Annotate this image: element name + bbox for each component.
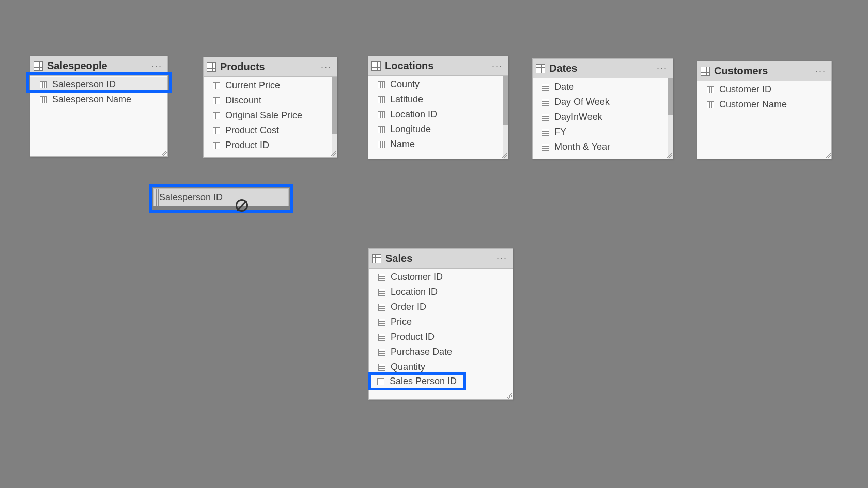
table-menu-button[interactable]: ··· bbox=[813, 66, 828, 76]
fields-scrollbar[interactable] bbox=[668, 78, 673, 159]
field-sales-person-id[interactable]: Sales Person ID bbox=[372, 376, 460, 387]
field-item[interactable]: Price bbox=[369, 314, 513, 329]
field-item[interactable]: Product ID bbox=[204, 138, 337, 153]
table-dates[interactable]: Dates ··· Date Day Of Week DayInWeek FY … bbox=[532, 58, 673, 159]
field-salesperson-name[interactable]: Salesperson Name bbox=[30, 92, 167, 107]
table-menu-button[interactable]: ··· bbox=[149, 60, 164, 71]
field-item[interactable]: FY bbox=[533, 124, 673, 139]
field-label: Quantity bbox=[391, 361, 425, 372]
fields-list: Current Price Discount Original Sale Pri… bbox=[204, 77, 337, 157]
table-icon bbox=[371, 61, 381, 71]
field-label: Price bbox=[391, 317, 412, 327]
field-label: Salesperson Name bbox=[52, 94, 131, 105]
scroll-thumb[interactable] bbox=[668, 78, 673, 115]
field-label: Salesperson ID bbox=[52, 79, 116, 90]
field-item[interactable]: Customer ID bbox=[369, 270, 513, 285]
field-item[interactable]: Latitude bbox=[368, 92, 508, 107]
field-item[interactable]: Current Price bbox=[204, 78, 337, 93]
field-label: Original Sale Price bbox=[225, 110, 302, 121]
table-header[interactable]: Sales ··· bbox=[369, 249, 513, 269]
field-item[interactable]: Order ID bbox=[369, 300, 513, 314]
fields-scrollbar[interactable] bbox=[503, 76, 508, 159]
field-label: Longitude bbox=[390, 124, 431, 135]
field-label: Location ID bbox=[391, 287, 438, 297]
table-menu-button[interactable]: ··· bbox=[655, 63, 670, 74]
field-salesperson-id[interactable]: Salesperson ID bbox=[30, 77, 167, 92]
field-item[interactable]: Date bbox=[533, 80, 673, 95]
table-title: Customers bbox=[714, 65, 813, 77]
table-sales[interactable]: Sales ··· Customer ID Location ID Order … bbox=[368, 248, 513, 400]
column-icon bbox=[378, 364, 385, 371]
scroll-thumb[interactable] bbox=[332, 77, 337, 134]
column-icon bbox=[378, 319, 385, 326]
field-item[interactable]: Product ID bbox=[369, 329, 513, 344]
table-icon bbox=[701, 67, 710, 76]
resize-grip[interactable] bbox=[331, 151, 336, 156]
column-icon bbox=[378, 289, 385, 296]
table-menu-button[interactable]: ··· bbox=[490, 60, 505, 71]
field-highlight-target: Sales Person ID bbox=[371, 375, 463, 388]
field-label: Sales Person ID bbox=[390, 376, 457, 387]
field-label: Customer ID bbox=[391, 272, 443, 282]
table-locations[interactable]: Locations ··· County Latitude Location I… bbox=[368, 56, 508, 159]
table-icon bbox=[372, 254, 381, 263]
resize-grip[interactable] bbox=[502, 153, 507, 158]
table-menu-button[interactable]: ··· bbox=[319, 61, 334, 72]
table-header[interactable]: Salespeople ··· bbox=[30, 56, 167, 76]
fields-scrollbar[interactable] bbox=[332, 77, 337, 157]
column-icon bbox=[213, 127, 220, 134]
column-icon bbox=[40, 96, 47, 103]
scroll-thumb[interactable] bbox=[503, 76, 508, 125]
drag-ghost-wrapper: Salesperson ID bbox=[149, 184, 293, 213]
table-menu-button[interactable]: ··· bbox=[494, 253, 509, 264]
column-icon bbox=[213, 142, 220, 149]
field-item[interactable]: County bbox=[368, 77, 508, 92]
column-icon bbox=[213, 82, 220, 89]
column-icon bbox=[707, 101, 714, 108]
column-icon bbox=[378, 81, 385, 88]
column-icon bbox=[213, 112, 220, 119]
field-item[interactable]: Month & Year bbox=[533, 139, 673, 154]
field-item[interactable]: Location ID bbox=[369, 285, 513, 300]
field-label: County bbox=[390, 79, 420, 90]
field-item[interactable]: Day Of Week bbox=[533, 95, 673, 109]
table-title: Products bbox=[220, 61, 319, 73]
table-header[interactable]: Locations ··· bbox=[368, 56, 508, 76]
table-products[interactable]: Products ··· Current Price Discount Orig… bbox=[203, 57, 337, 158]
table-header[interactable]: Customers ··· bbox=[698, 61, 831, 81]
table-salespeople[interactable]: Salespeople ··· Salesperson ID Salespers… bbox=[30, 56, 168, 157]
drag-ghost[interactable]: Salesperson ID bbox=[153, 188, 289, 206]
field-label: Product ID bbox=[391, 332, 435, 342]
fields-list: Salesperson ID Salesperson Name bbox=[30, 76, 167, 156]
column-icon bbox=[378, 274, 385, 281]
table-customers[interactable]: Customers ··· Customer ID Customer Name bbox=[697, 61, 832, 159]
fields-list: Date Day Of Week DayInWeek FY Month & Ye… bbox=[533, 78, 673, 159]
field-item[interactable]: DayInWeek bbox=[533, 109, 673, 124]
field-item[interactable]: Product Cost bbox=[204, 123, 337, 138]
field-item[interactable]: Original Sale Price bbox=[204, 108, 337, 123]
field-item[interactable]: Longitude bbox=[368, 122, 508, 137]
field-item[interactable]: Location ID bbox=[368, 107, 508, 122]
table-header[interactable]: Products ··· bbox=[204, 57, 337, 77]
model-canvas[interactable]: Salespeople ··· Salesperson ID Salespers… bbox=[0, 0, 868, 488]
field-item[interactable]: Discount bbox=[204, 93, 337, 108]
column-icon bbox=[707, 86, 714, 93]
field-item[interactable]: Customer ID bbox=[698, 82, 831, 97]
table-header[interactable]: Dates ··· bbox=[533, 59, 673, 78]
resize-grip[interactable] bbox=[162, 151, 167, 156]
field-item[interactable]: Name bbox=[368, 137, 508, 152]
field-item[interactable]: Customer Name bbox=[698, 97, 831, 112]
table-title: Locations bbox=[385, 60, 490, 72]
column-icon bbox=[542, 99, 549, 106]
resize-grip[interactable] bbox=[667, 153, 672, 158]
field-label: Order ID bbox=[391, 302, 426, 312]
field-label: Product Cost bbox=[225, 125, 279, 136]
column-icon bbox=[542, 114, 549, 121]
resize-grip[interactable] bbox=[507, 393, 512, 399]
column-icon bbox=[378, 96, 385, 103]
field-item[interactable]: Purchase Date bbox=[369, 344, 513, 359]
resize-grip[interactable] bbox=[826, 153, 831, 158]
column-icon bbox=[378, 349, 385, 356]
field-item[interactable]: Quantity bbox=[369, 359, 513, 374]
table-title: Salespeople bbox=[47, 60, 149, 72]
